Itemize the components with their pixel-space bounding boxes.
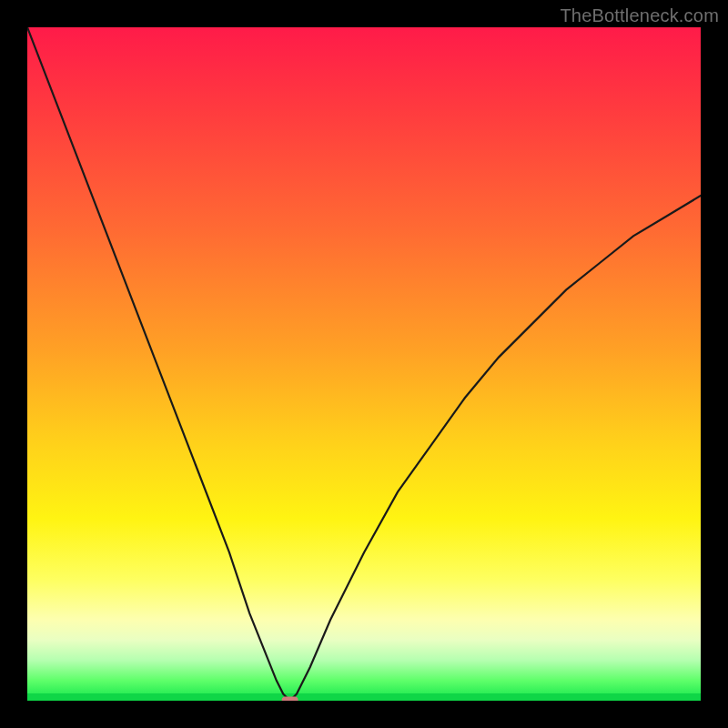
- chart-frame: TheBottleneck.com: [0, 0, 728, 728]
- curve-svg: [27, 27, 701, 701]
- green-baseline-strip: [27, 693, 701, 701]
- bottleneck-curve: [27, 27, 701, 701]
- plot-area: [27, 27, 701, 701]
- watermark-text: TheBottleneck.com: [560, 5, 719, 26]
